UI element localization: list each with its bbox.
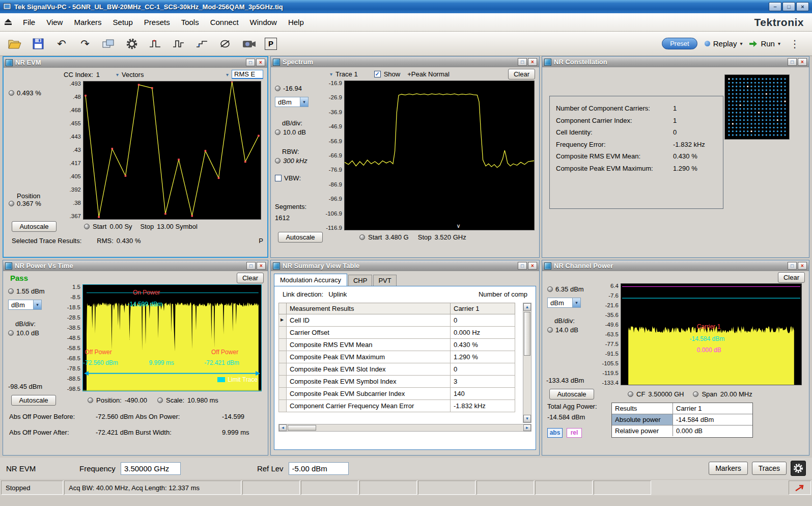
- show-checkbox[interactable]: ✓: [374, 71, 381, 77]
- scroll-down-button[interactable]: ▼: [523, 415, 531, 422]
- marker-arrow-icon[interactable]: ∨: [456, 223, 460, 229]
- run-button[interactable]: Run ▾: [749, 39, 780, 48]
- camera-icon[interactable]: [241, 36, 257, 51]
- autoscale-button[interactable]: Autoscale: [11, 395, 56, 406]
- traces-button[interactable]: Traces: [752, 462, 787, 475]
- vbw-checkbox[interactable]: [275, 175, 282, 181]
- rel-button[interactable]: rel: [567, 428, 582, 438]
- nr-constellation-panel-header[interactable]: NR Constellation □ ×: [542, 57, 809, 67]
- clear-button[interactable]: Clear: [237, 273, 264, 283]
- summary-tab[interactable]: Modulation Accuracy: [274, 274, 347, 286]
- title-bar[interactable]: Tek SignalVu-PC - 5GNR_UL_BW-20MHz_CC-1_…: [0, 0, 812, 13]
- open-file-icon[interactable]: [7, 36, 22, 51]
- adjust-knob-icon[interactable]: [275, 86, 281, 91]
- row-selector[interactable]: [278, 327, 287, 339]
- scroll-right-button[interactable]: ►: [523, 424, 531, 431]
- redo-icon[interactable]: ↷: [77, 36, 93, 51]
- table-row[interactable]: Composite RMS EVM Mean 0.430 %: [278, 339, 531, 351]
- close-button[interactable]: ×: [796, 2, 809, 11]
- chevron-down-icon[interactable]: ▾: [778, 41, 780, 46]
- adjust-knob-icon[interactable]: [547, 327, 553, 333]
- unit-select[interactable]: dBm ▾: [275, 97, 309, 107]
- ref-level-value[interactable]: 1.55 dBm: [16, 287, 45, 295]
- eject-icon[interactable]: [4, 18, 12, 26]
- adjust-knob-icon[interactable]: [628, 391, 633, 397]
- table-row[interactable]: Absolute power -14.584 dBm: [612, 414, 752, 425]
- scale-value[interactable]: 10.980 ms: [187, 396, 218, 404]
- close-button[interactable]: ×: [528, 58, 537, 66]
- ref-level-value[interactable]: 6.35 dBm: [555, 285, 584, 293]
- chevron-down-icon[interactable]: ▾: [116, 72, 119, 77]
- metric-dropdown[interactable]: RMS E: [232, 70, 263, 79]
- minimize-button[interactable]: –: [769, 2, 781, 11]
- menu-item[interactable]: Window: [244, 15, 283, 29]
- table-row[interactable]: Composite Peak EVM Symbol Index 3: [278, 376, 531, 388]
- summary-panel-header[interactable]: NR Summary View Table □ ×: [271, 260, 539, 271]
- menu-item[interactable]: Markers: [68, 15, 107, 29]
- start-value[interactable]: 3.480 G: [385, 233, 408, 241]
- menu-item[interactable]: Tools: [176, 15, 205, 29]
- table-row[interactable]: Carrier Offset 0.000 Hz: [278, 327, 531, 339]
- row-selector[interactable]: [278, 376, 287, 388]
- close-button[interactable]: ×: [257, 262, 266, 270]
- save-icon[interactable]: [31, 36, 46, 51]
- row-selector[interactable]: [278, 339, 287, 351]
- pvt-chart[interactable]: On Power -14.599 dBm Off Power -72.560 d…: [82, 284, 262, 391]
- clear-button[interactable]: Clear: [778, 272, 805, 283]
- replay-button[interactable]: Replay ▾: [705, 39, 743, 48]
- relative-power-label[interactable]: Relative power: [612, 425, 673, 436]
- markers-button[interactable]: Markers: [709, 462, 748, 475]
- duplicate-window-icon[interactable]: [101, 36, 116, 51]
- chevron-down-icon[interactable]: ▾: [740, 41, 742, 46]
- span-value[interactable]: 20.00 MHz: [720, 390, 752, 398]
- column-header[interactable]: Carrier 1: [451, 303, 515, 314]
- settings-gear-button[interactable]: [791, 461, 806, 476]
- adjust-knob-icon[interactable]: [359, 234, 365, 240]
- settings-gear-icon[interactable]: [124, 36, 139, 51]
- pulse-icon[interactable]: [171, 36, 186, 51]
- table-row[interactable]: Component Carrier Frequency Mean Error -…: [278, 400, 531, 412]
- scrollbar-thumb[interactable]: [524, 312, 530, 356]
- overflow-menu-icon[interactable]: ⋮: [788, 38, 802, 50]
- position-value[interactable]: -490.00: [125, 396, 147, 404]
- adjust-knob-icon[interactable]: [275, 158, 281, 164]
- unit-select[interactable]: dBm ▾: [547, 298, 581, 308]
- autoscale-button[interactable]: Autoscale: [549, 389, 594, 400]
- db-div-value[interactable]: 10.0 dB: [16, 329, 39, 337]
- table-row[interactable]: Composite Peak EVM Slot Index 0: [278, 363, 531, 376]
- adjust-knob-icon[interactable]: [8, 330, 14, 336]
- cc-index-value[interactable]: 1: [96, 71, 100, 78]
- adjust-knob-icon[interactable]: [88, 397, 93, 403]
- trace-selector[interactable]: Trace 1: [335, 70, 358, 78]
- detector-label[interactable]: +Peak Normal: [407, 70, 450, 78]
- adjust-knob-icon[interactable]: [8, 288, 14, 294]
- start-value[interactable]: 0.00 Sy: [109, 223, 132, 230]
- spectrum-panel-header[interactable]: Spectrum □ ×: [271, 57, 539, 67]
- row-selector[interactable]: [278, 351, 287, 363]
- pulse-marker-icon[interactable]: [148, 36, 163, 51]
- nr-chp-panel-header[interactable]: NR Channel Power □ ×: [542, 260, 809, 271]
- close-button[interactable]: ×: [528, 262, 537, 270]
- acquisition-icon[interactable]: [218, 36, 233, 51]
- scrollbar-thumb[interactable]: [288, 425, 316, 431]
- adjust-knob-icon[interactable]: [9, 90, 14, 96]
- maximize-button[interactable]: □: [518, 58, 527, 66]
- scroll-left-button[interactable]: ◄: [279, 424, 287, 431]
- undo-icon[interactable]: ↶: [54, 36, 69, 51]
- row-selector[interactable]: [278, 400, 287, 412]
- db-div-value[interactable]: 14.0 dB: [555, 326, 578, 334]
- spectrum-chart[interactable]: ∨: [344, 81, 535, 230]
- db-div-value[interactable]: 10.0 dB: [283, 128, 306, 136]
- maximize-button[interactable]: □: [788, 58, 797, 66]
- chevron-down-icon[interactable]: ▾: [330, 71, 332, 77]
- menu-item[interactable]: File: [17, 15, 41, 29]
- menu-item[interactable]: View: [41, 15, 68, 29]
- adjust-knob-icon[interactable]: [157, 397, 163, 403]
- rbw-value[interactable]: 300 kHz: [283, 157, 307, 165]
- maximize-button[interactable]: □: [782, 2, 795, 11]
- close-button[interactable]: ×: [798, 262, 807, 270]
- close-button[interactable]: ×: [256, 59, 265, 66]
- row-selector[interactable]: [278, 388, 287, 400]
- unit-select[interactable]: dBm ▾: [8, 300, 42, 310]
- abs-button[interactable]: abs: [547, 428, 563, 438]
